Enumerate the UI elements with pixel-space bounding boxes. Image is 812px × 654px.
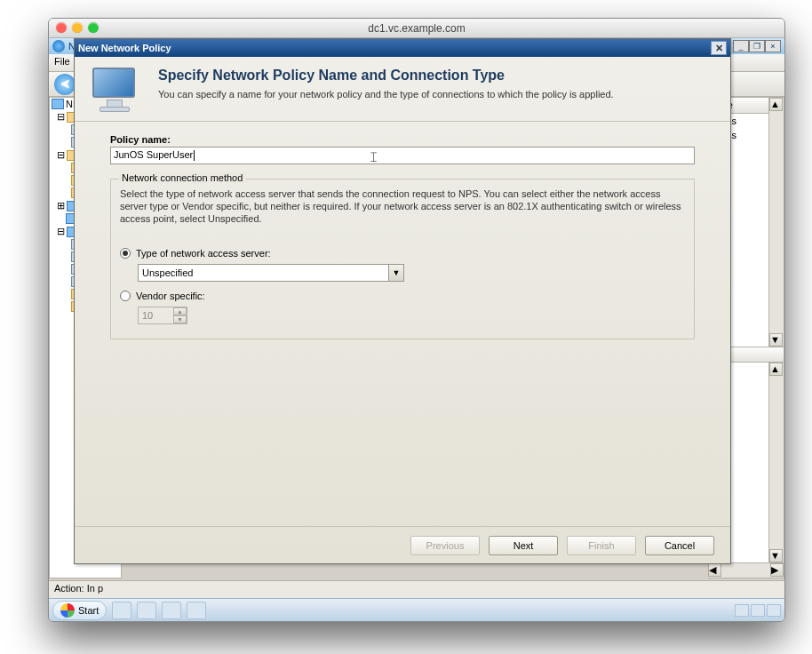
dialog-heading: Specify Network Policy Name and Connecti… xyxy=(158,68,614,84)
mac-zoom-icon[interactable] xyxy=(88,22,99,33)
monitor-icon xyxy=(87,66,146,116)
scroll-left-icon[interactable]: ◀ xyxy=(708,563,721,577)
tray-power-icon[interactable] xyxy=(751,604,765,617)
taskbar-item[interactable] xyxy=(137,602,156,619)
new-network-policy-dialog: New Network Policy ✕ Specify Network Pol… xyxy=(74,38,731,564)
radio-vendor-button[interactable] xyxy=(120,291,131,301)
cursor-ibeam-icon: 𝙸 xyxy=(369,149,378,165)
status-text: Action: In p xyxy=(54,583,103,594)
mac-window: dc1.vc.example.com Network _ ❐ × File Ac… xyxy=(48,18,785,622)
dialog-title: New Network Policy xyxy=(78,43,171,53)
policy-name-label: Policy name: xyxy=(110,134,695,145)
system-tray[interactable] xyxy=(735,604,781,617)
scroll-down-icon[interactable]: ▼ xyxy=(769,333,783,347)
radio-type-row[interactable]: Type of network access server: xyxy=(120,248,685,259)
tray-net-icon[interactable] xyxy=(767,604,781,617)
windows-app: Network _ ❐ × File Act ⮜ ⮞ NPS (L ⊟ RA xyxy=(49,38,784,621)
dialog-close-button[interactable]: ✕ xyxy=(711,41,727,55)
dialog-button-row: Previous Next Finish Cancel xyxy=(75,526,730,563)
policy-name-value: JunOS SuperUser xyxy=(114,149,193,160)
scroll-right-icon[interactable]: ▶ xyxy=(770,563,784,577)
policy-name-input[interactable]: JunOS SuperUser 𝙸 xyxy=(110,147,695,164)
radio-type-label: Type of network access server: xyxy=(136,248,271,259)
taskbar-item[interactable] xyxy=(187,602,206,619)
finish-button: Finish xyxy=(567,536,636,555)
server-type-select[interactable]: Unspecified ▼ xyxy=(138,264,404,282)
fieldset-description: Select the type of network access server… xyxy=(120,188,685,225)
scroll-down-icon[interactable]: ▼ xyxy=(769,549,783,562)
dialog-header: Specify Network Policy Name and Connecti… xyxy=(75,57,730,121)
chevron-down-icon[interactable]: ▼ xyxy=(388,265,403,281)
mdi-restore-icon[interactable]: ❐ xyxy=(749,40,765,52)
taskbar: Start xyxy=(49,598,784,621)
fieldset-legend: Network connection method xyxy=(118,172,246,183)
dialog-subtitle: You can specify a name for your network … xyxy=(158,89,614,100)
taskbar-item[interactable] xyxy=(112,602,131,619)
mac-minimize-icon[interactable] xyxy=(72,22,83,33)
cancel-button[interactable]: Cancel xyxy=(645,536,714,555)
spinner-down-icon: ▼ xyxy=(173,315,187,323)
nps-icon xyxy=(52,40,65,52)
taskbar-item[interactable] xyxy=(162,602,181,619)
mac-titlebar[interactable]: dc1.vc.example.com xyxy=(49,19,784,38)
previous-button: Previous xyxy=(410,536,480,555)
next-button[interactable]: Next xyxy=(489,536,558,555)
vendor-value: 10 xyxy=(139,310,173,321)
status-bar: Action: In p xyxy=(49,580,784,598)
text-caret xyxy=(194,150,195,161)
mdi-minimize-icon[interactable]: _ xyxy=(733,40,749,52)
start-label: Start xyxy=(78,605,99,616)
mac-title: dc1.vc.example.com xyxy=(368,22,465,35)
spinner-up-icon: ▲ xyxy=(173,307,187,315)
dialog-body: Policy name: JunOS SuperUser 𝙸 Network c… xyxy=(75,121,730,526)
radio-vendor-row[interactable]: Vendor specific: xyxy=(120,291,685,301)
radio-type-button[interactable] xyxy=(120,248,131,259)
tray-flag-icon[interactable] xyxy=(735,604,749,617)
mdi-close-icon[interactable]: × xyxy=(765,40,781,52)
network-connection-method-group: Network connection method Select the typ… xyxy=(110,179,695,339)
windows-logo-icon xyxy=(60,603,75,618)
scroll-up-icon[interactable]: ▲ xyxy=(769,98,783,111)
menu-file[interactable]: File xyxy=(54,56,70,67)
vendor-spinner: 10 ▲ ▼ xyxy=(138,307,187,324)
server-type-value: Unspecified xyxy=(139,267,388,278)
radio-vendor-label: Vendor specific: xyxy=(136,291,205,301)
dialog-titlebar[interactable]: New Network Policy ✕ xyxy=(75,39,730,57)
mac-close-icon[interactable] xyxy=(56,22,67,33)
nps-root-icon xyxy=(52,99,64,109)
start-button[interactable]: Start xyxy=(52,601,107,620)
nav-back-button[interactable]: ⮜ xyxy=(54,74,76,95)
scroll-up-icon[interactable]: ▲ xyxy=(769,363,783,376)
